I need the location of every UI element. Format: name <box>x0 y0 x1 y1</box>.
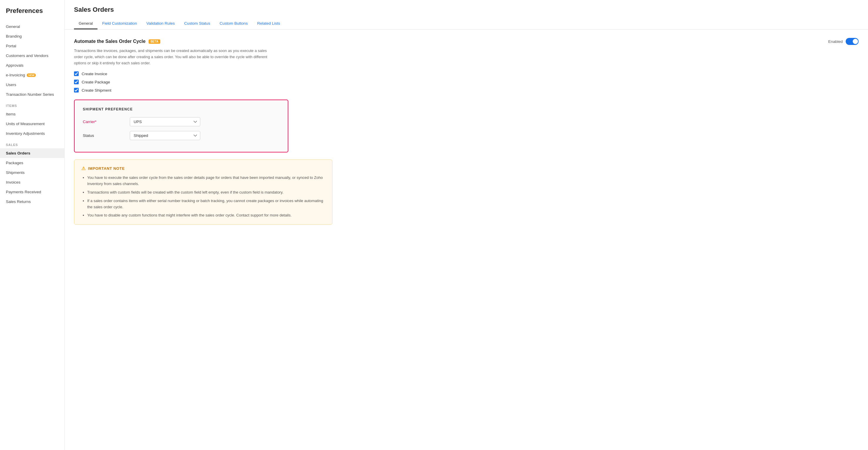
sidebar-item-e-invoicing[interactable]: e-InvoicingNEW <box>0 70 64 80</box>
sidebar-item-items[interactable]: Items <box>0 109 64 119</box>
note-header: ⚠ IMPORTANT NOTE <box>81 166 325 171</box>
checkbox-item-create-invoice: Create Invoice <box>74 71 859 76</box>
sidebar-item-portal[interactable]: Portal <box>0 41 64 51</box>
checkbox-create-invoice[interactable] <box>74 71 79 76</box>
checkbox-create-shipment[interactable] <box>74 88 79 92</box>
page-title: Sales Orders <box>74 6 859 13</box>
status-select[interactable]: ShippedDeliveredIn TransitPending <box>130 131 200 140</box>
carrier-row: Carrier* UPSFedExDHLUSPS <box>83 117 280 126</box>
status-row: Status ShippedDeliveredIn TransitPending <box>83 131 280 140</box>
checkbox-group: Create InvoiceCreate PackageCreate Shipm… <box>74 71 859 92</box>
checkbox-item-create-package: Create Package <box>74 80 859 84</box>
automate-description: Transactions like invoices, packages, an… <box>74 48 274 66</box>
note-list-item: If a sales order contains items with eit… <box>87 198 325 210</box>
tab-related-lists[interactable]: Related Lists <box>252 18 285 29</box>
important-note-box: ⚠ IMPORTANT NOTE You have to execute the… <box>74 159 332 225</box>
main-content: Automate the Sales Order Cycle BETA Enab… <box>65 30 868 233</box>
tab-custom-buttons[interactable]: Custom Buttons <box>215 18 252 29</box>
sidebar-item-sales-orders[interactable]: Sales Orders <box>0 148 64 158</box>
sidebar-item-transaction-number[interactable]: Transaction Number Series <box>0 90 64 99</box>
main-content-area: Sales Orders GeneralField CustomizationV… <box>65 0 868 450</box>
checkbox-create-package[interactable] <box>74 80 79 84</box>
note-list-item: You have to execute the sales order cycl… <box>87 175 325 187</box>
toggle-slider <box>846 38 859 45</box>
sidebar-item-sales-returns[interactable]: Sales Returns <box>0 197 64 207</box>
note-list: You have to execute the sales order cycl… <box>81 175 325 218</box>
checkbox-label-create-package: Create Package <box>82 80 110 84</box>
tab-general[interactable]: General <box>74 18 97 29</box>
enabled-label: Enabled <box>828 39 843 44</box>
beta-badge: BETA <box>149 39 160 44</box>
automate-title: Automate the Sales Order Cycle BETA <box>74 39 160 44</box>
tab-custom-status[interactable]: Custom Status <box>179 18 215 29</box>
tab-field-customization[interactable]: Field Customization <box>97 18 142 29</box>
carrier-select[interactable]: UPSFedExDHLUSPS <box>130 117 200 126</box>
sidebar-item-customers-vendors[interactable]: Customers and Vendors <box>0 51 64 61</box>
sidebar-item-packages[interactable]: Packages <box>0 158 64 168</box>
sidebar-item-approvals[interactable]: Approvals <box>0 61 64 70</box>
sidebar: Preferences GeneralBrandingPortalCustome… <box>0 0 65 450</box>
shipment-pref-title: SHIPMENT PREFERENCE <box>83 107 280 111</box>
enabled-toggle[interactable] <box>846 38 859 45</box>
tab-validation-rules[interactable]: Validation Rules <box>142 18 180 29</box>
automate-section-header: Automate the Sales Order Cycle BETA Enab… <box>74 38 859 45</box>
shipment-preference-box: SHIPMENT PREFERENCE Carrier* UPSFedExDHL… <box>74 99 288 152</box>
checkbox-label-create-shipment: Create Shipment <box>82 88 111 92</box>
checkbox-label-create-invoice: Create Invoice <box>82 72 107 76</box>
sidebar-title: Preferences <box>0 7 64 22</box>
sidebar-item-inventory-adjustments[interactable]: Inventory Adjustments <box>0 129 64 138</box>
carrier-label: Carrier* <box>83 120 130 124</box>
sidebar-item-users[interactable]: Users <box>0 80 64 90</box>
sidebar-item-general[interactable]: General <box>0 22 64 31</box>
sidebar-item-branding[interactable]: Branding <box>0 31 64 41</box>
sidebar-item-shipments[interactable]: Shipments <box>0 168 64 177</box>
checkbox-item-create-shipment: Create Shipment <box>74 88 859 92</box>
enabled-toggle-row: Enabled <box>828 38 859 45</box>
main-header: Sales Orders GeneralField CustomizationV… <box>65 0 868 30</box>
warning-icon: ⚠ <box>81 166 86 171</box>
sidebar-section-sales: SALES <box>0 138 64 148</box>
sidebar-section-items: ITEMS <box>0 99 64 109</box>
sidebar-item-units-of-measurement[interactable]: Units of Measurement <box>0 119 64 129</box>
note-list-item: You have to disable any custom functions… <box>87 212 325 218</box>
tabs-container: GeneralField CustomizationValidation Rul… <box>74 18 859 29</box>
badge-new: NEW <box>27 73 36 77</box>
sidebar-item-invoices[interactable]: Invoices <box>0 177 64 187</box>
note-list-item: Transactions with custom fields will be … <box>87 189 325 196</box>
sidebar-item-payments-received[interactable]: Payments Received <box>0 187 64 197</box>
status-label: Status <box>83 133 130 138</box>
